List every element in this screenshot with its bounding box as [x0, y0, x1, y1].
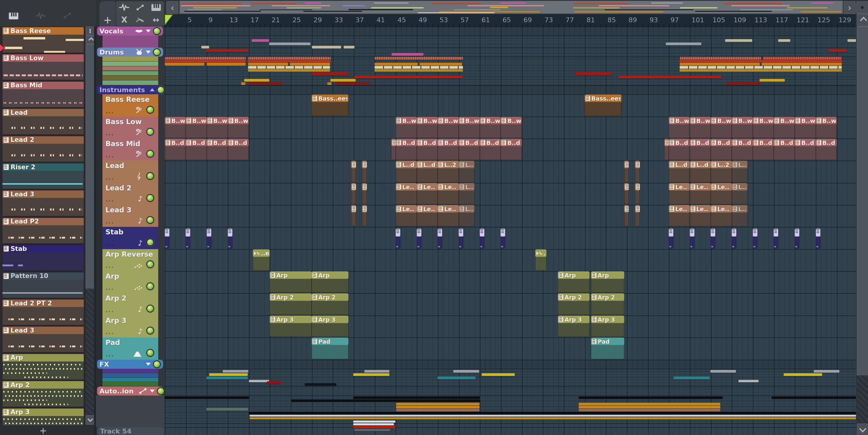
pattern-clip[interactable]: B..d: [774, 139, 795, 160]
pattern-clip[interactable]: B..w: [396, 117, 417, 138]
vocal-mini-clip[interactable]: [778, 39, 790, 42]
automation-mini-clip[interactable]: [164, 396, 249, 399]
pattern-clip[interactable]: B..d: [690, 139, 711, 160]
pattern-item-header[interactable]: Arp 3: [2, 408, 84, 416]
track-led[interactable]: [147, 282, 154, 290]
pattern-clip[interactable]: B..w: [417, 117, 438, 138]
track-row-bass_low[interactable]: Bass Low...: [102, 116, 158, 139]
pattern-clip[interactable]: B..d: [795, 139, 816, 160]
drum-mini-clip[interactable]: [330, 72, 348, 75]
pattern-clip-stab[interactable]: [795, 229, 799, 248]
drum-mini-clip[interactable]: [354, 76, 463, 78]
pattern-clip[interactable]: B..w: [207, 117, 228, 138]
automation-mini-clip[interactable]: [353, 426, 396, 428]
pattern-clip[interactable]: B..d: [459, 139, 480, 160]
pattern-clip-stab[interactable]: [732, 229, 736, 248]
pattern-clip[interactable]: Le..: [438, 183, 459, 204]
pattern-clip[interactable]: Arp 2: [312, 293, 348, 315]
fx-mini-clip[interactable]: [482, 373, 515, 376]
pattern-clip[interactable]: B..d: [207, 139, 228, 160]
fx-mini-clip[interactable]: [209, 373, 248, 376]
drum-mini-clip[interactable]: [680, 69, 842, 72]
fx-mini-clip[interactable]: [674, 376, 710, 379]
track-row-footer[interactable]: Track 54: [97, 427, 164, 435]
pattern-item[interactable]: Bass Mid: [2, 81, 84, 107]
track-mini-menu[interactable]: ...: [105, 284, 114, 291]
pattern-clip[interactable]: B..w: [165, 117, 186, 138]
pattern-clip-stab[interactable]: [186, 229, 190, 248]
pattern-item-header[interactable]: Arp 2: [2, 381, 84, 389]
pattern-item-header[interactable]: Bass Mid: [2, 81, 84, 89]
pattern-scroll-up-button[interactable]: [86, 36, 95, 44]
track-group-fx[interactable]: FX: [97, 360, 163, 369]
fx-mini-clip[interactable]: [784, 373, 822, 376]
automation-mini-clip[interactable]: [354, 429, 390, 431]
pattern-item[interactable]: Lead 2: [2, 136, 84, 162]
fx-mini-clip[interactable]: [453, 370, 479, 373]
pattern-item[interactable]: Lead 3: [2, 327, 84, 352]
vocal-mini-clip[interactable]: [252, 39, 269, 42]
vocal-mini-clip[interactable]: [392, 53, 424, 56]
pattern-clip[interactable]: B..w: [690, 117, 711, 138]
drum-mini-clip[interactable]: [420, 63, 462, 66]
automation-mini-clip[interactable]: [579, 406, 720, 408]
pattern-clip[interactable]: [635, 161, 640, 182]
automation-mini-clip[interactable]: [772, 396, 856, 399]
pattern-clip[interactable]: Le..: [669, 183, 690, 204]
pattern-clip[interactable]: B..w: [816, 117, 837, 138]
track-led[interactable]: [153, 361, 161, 368]
pattern-item-header[interactable]: Lead P2: [2, 218, 84, 225]
track-group-drums[interactable]: Drums: [97, 47, 163, 57]
expand-triangle-icon[interactable]: [146, 30, 151, 35]
pattern-clip[interactable]: L..d: [417, 161, 438, 182]
pattern-clip[interactable]: B..w: [186, 117, 207, 138]
track-led[interactable]: [147, 239, 154, 246]
collapse-triangle-icon[interactable]: [150, 86, 155, 91]
zoom-mode-button[interactable]: [856, 1, 868, 14]
pattern-clip[interactable]: [362, 161, 367, 182]
toolbar-wave-button[interactable]: [119, 4, 129, 11]
vocal-mini-clip[interactable]: [344, 46, 354, 48]
automation-mini-clip[interactable]: [291, 399, 480, 402]
automation-mini-clip[interactable]: [249, 412, 864, 414]
pattern-clip[interactable]: Le..: [438, 205, 459, 226]
expand-triangle-icon[interactable]: [146, 51, 151, 56]
pattern-item[interactable]: Bass Reese: [2, 27, 84, 53]
track-row-arp3[interactable]: Arp 3...♪: [102, 315, 158, 337]
pattern-clip[interactable]: Le..: [417, 205, 438, 226]
pattern-add-button[interactable]: +: [36, 425, 51, 434]
playlist-grid[interactable]: Bass..eeseBass..eeseB..wB..wB..wB..wB..w…: [164, 27, 856, 435]
pattern-clip-stutter[interactable]: [647, 161, 661, 182]
drum-mini-clip[interactable]: [327, 82, 332, 85]
pattern-clip[interactable]: Arp 2: [558, 293, 590, 315]
drum-mini-clip[interactable]: [165, 57, 246, 60]
pattern-item-header[interactable]: Lead 2: [2, 136, 84, 144]
automation-mini-clip[interactable]: [396, 406, 479, 408]
audio-wave-button[interactable]: [36, 12, 46, 20]
fx-mini-clip[interactable]: [223, 370, 248, 373]
v-scroll-up-button[interactable]: [857, 14, 868, 27]
fx-mini-clip[interactable]: [267, 381, 281, 384]
pattern-clip[interactable]: L..: [732, 161, 747, 182]
pattern-clip[interactable]: B..d: [396, 139, 417, 160]
pattern-clip-stab[interactable]: [501, 229, 505, 248]
pattern-clip-stutter[interactable]: [647, 205, 661, 226]
pattern-clip-stab[interactable]: [459, 229, 463, 248]
track-led[interactable]: [157, 86, 164, 94]
pattern-item-header[interactable]: Bass Low: [2, 54, 84, 62]
pattern-clip[interactable]: L..: [459, 161, 474, 182]
vocal-mini-clip[interactable]: [312, 46, 341, 48]
drum-mini-clip[interactable]: [375, 57, 463, 60]
drum-mini-clip[interactable]: [762, 63, 842, 66]
pattern-clip-stab[interactable]: [669, 229, 673, 248]
pattern-clip[interactable]: B..d: [711, 139, 732, 160]
fx-mini-clip[interactable]: [353, 373, 390, 376]
track-mini-menu[interactable]: ...: [105, 152, 114, 159]
pattern-clip[interactable]: B..w: [459, 117, 480, 138]
fx-mini-clip[interactable]: [738, 380, 758, 382]
pattern-clip[interactable]: Arp: [591, 271, 624, 293]
pattern-scroll-down-button[interactable]: [86, 415, 95, 425]
pattern-scroll-top-button[interactable]: I: [86, 27, 95, 36]
pattern-clip-stab[interactable]: [438, 229, 442, 248]
pattern-clip[interactable]: B..d: [165, 139, 186, 160]
